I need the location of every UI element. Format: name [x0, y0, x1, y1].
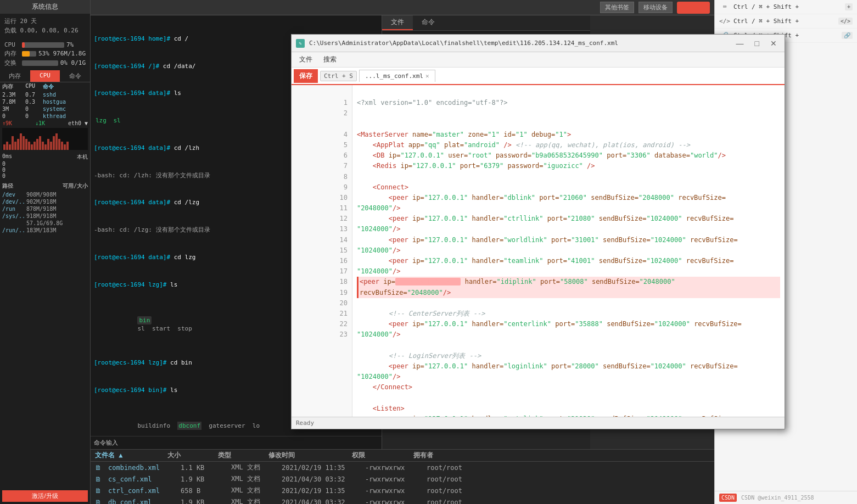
process-table: 内存 CPU 命令 2.3M 0.7 sshd 7.8M 0.3 hostgua… — [0, 82, 90, 120]
file-info-name: combinedb.xml — [108, 464, 174, 472]
swap-bar — [22, 60, 58, 66]
net-up: ↑9K — [2, 120, 12, 126]
bottom-bar: 文件名 ▲ 大小 类型 修改时间 权限 拥有者 🗎combinedb.xml1.… — [91, 449, 714, 504]
editor-status-text: Ready — [296, 419, 314, 427]
editor-tab-close[interactable]: ✕ — [425, 72, 429, 80]
net-graph — [2, 128, 88, 150]
csdn-user: CSDN @weixin_4911_2558 — [741, 495, 814, 501]
mem-value: 53% 976M/1.8G — [38, 50, 86, 57]
terminal-input[interactable] — [120, 439, 378, 447]
net-down: ↓1K — [35, 120, 45, 126]
editor-content[interactable]: 1 2 4 5 6 7 8 9 10 11 12 13 14 15 16 17 … — [292, 85, 714, 417]
proc-header-mem: 内存 — [2, 83, 23, 91]
swap-value: 0% 0/1G — [60, 59, 86, 66]
keyboard-icon: ⌨ — [719, 3, 730, 10]
mobile-btn[interactable]: 移动设备 — [638, 2, 673, 13]
shortcut-1: </> Ctrl / ⌘ + Shift + </> — [715, 14, 857, 29]
editor-tab-ms-conf[interactable]: ...l_ms_conf.xml ✕ — [359, 70, 435, 82]
latency-section: 0ms 本机 0 0 0 — [0, 151, 90, 181]
cpu-label: CPU — [4, 41, 20, 48]
sidebar-title: 系统信息 — [0, 0, 90, 14]
file-info-icon: 🗎 — [95, 499, 102, 505]
swap-label: 交换 — [4, 59, 20, 67]
disk-section: 路径可用/大小 /dev908M/908M /dev/...902M/918M … — [0, 181, 90, 234]
file-info-icon: 🗎 — [95, 487, 102, 495]
proc-header-cpu: CPU — [25, 83, 41, 91]
file-info-row[interactable]: 🗎combinedb.xml1.1 KBXML 文档2021/02/19 11:… — [91, 462, 714, 473]
sidebar: 系统信息 运行 20 天 负载 0.00, 0.08, 0.26 CPU 7% … — [0, 0, 91, 504]
proc-row-1: 7.8M 0.3 hostgua — [0, 98, 90, 105]
csdn-logo: CSDN — [719, 494, 737, 502]
file-info-icon: 🗎 — [95, 475, 102, 483]
tab-mem[interactable]: 内存 — [0, 70, 30, 82]
activate-button[interactable]: 激活/升级 — [2, 490, 88, 502]
code-area[interactable]: <?xml version="1.0" encoding="utf-8"?> <… — [352, 85, 714, 417]
editor-statusbar: Ready — [292, 417, 714, 429]
file-info-row[interactable]: 🗎db_conf.xml1.9 KBXML 文档2021/04/30 03:32… — [91, 496, 714, 504]
mem-bar — [22, 51, 36, 57]
editor-icon: ✎ — [296, 39, 305, 48]
mem-label: 内存 — [4, 49, 20, 58]
editor-tab-label: ...l_ms_conf.xml — [365, 72, 423, 80]
net-interface: eth0 ▼ — [68, 120, 88, 126]
file-info-name: db_conf.xml — [108, 499, 174, 505]
proc-row-0: 2.3M 0.7 sshd — [0, 91, 90, 98]
proc-row-3: 0 0 kthread — [0, 113, 90, 120]
cpu-bar — [22, 42, 64, 48]
terminal-input-area[interactable]: 命令输入 — [91, 436, 382, 449]
net-stats: ↑9K ↓1K eth0 ▼ — [0, 120, 90, 127]
bookmark-btn[interactable]: 其他书签 — [600, 2, 634, 13]
sidebar-bottom: 激活/升级 — [0, 488, 90, 504]
editor-toolbar: 保存 Ctrl + S ...l_ms_conf.xml ✕ — [292, 68, 714, 85]
tab-cpu[interactable]: CPU — [30, 70, 60, 82]
terminal-input-label: 命令输入 — [94, 439, 118, 447]
sidebar-tabs: 内存 CPU 命令 — [0, 70, 90, 82]
latency-val-2: 0 — [2, 173, 5, 179]
line-numbers: 1 2 4 5 6 7 8 9 10 11 12 13 14 15 16 17 … — [292, 85, 352, 417]
fb-tab-files[interactable]: 文件 — [382, 15, 413, 30]
tab-cmd[interactable]: 命令 — [60, 70, 90, 82]
file-info-name: cs_conf.xml — [108, 475, 174, 483]
proc-row-2: 3M 0 systemc — [0, 105, 90, 113]
editor-save-btn[interactable]: 保存 — [294, 69, 318, 83]
latency-val-0: 0 — [2, 161, 5, 167]
latency-label: 0ms — [2, 153, 12, 161]
cpu-value: 7% — [66, 41, 86, 48]
content-area: [root@ecs-1694 home]# cd / [root@ecs-169… — [91, 15, 714, 449]
latency-val-1: 0 — [2, 167, 5, 173]
editor-title: C:\Users\Administrator\AppData\Local\fin… — [309, 40, 714, 47]
sidebar-uptime: 运行 20 天 负载 0.00, 0.08, 0.26 — [0, 14, 90, 38]
menu-search[interactable]: 搜索 — [318, 53, 342, 66]
file-info-row[interactable]: 🗎cs_conf.xml1.9 KBXML 文档2021/04/30 03:32… — [91, 473, 714, 485]
editor-shortcut: Ctrl + S — [320, 71, 357, 81]
fb-tab-cmd[interactable]: 命令 — [413, 15, 444, 30]
file-info-name: ctrl_conf.xml — [108, 487, 174, 495]
proc-header-name: 命令 — [43, 83, 88, 91]
file-info-row[interactable]: 🗎ctrl_conf.xml658 BXML 文档2021/02/19 11:3… — [91, 485, 714, 496]
editor: ✎ C:\Users\Administrator\AppData\Local\f… — [291, 34, 714, 429]
file-browser-tabs: 文件 命令 — [382, 15, 590, 31]
editor-titlebar: ✎ C:\Users\Administrator\AppData\Local\f… — [292, 35, 714, 52]
main-area: 其他书签 移动设备 [root@ecs-1694 home]# cd / [ro… — [91, 0, 714, 504]
red-action-btn[interactable] — [677, 2, 710, 14]
code-icon: </> — [719, 18, 730, 25]
latency-local: 本机 — [77, 153, 88, 161]
shortcut-0: ⌨ Ctrl / ⌘ + Shift + + — [715, 0, 857, 14]
editor-menubar: 文件 搜索 — [292, 52, 714, 68]
file-info-icon: 🗎 — [95, 464, 102, 472]
top-bar: 其他书签 移动设备 — [91, 0, 714, 15]
csdn-footer: CSDN CSDN @weixin_4911_2558 — [715, 491, 857, 504]
menu-file[interactable]: 文件 — [294, 53, 318, 66]
file-info-header: 文件名 ▲ 大小 类型 修改时间 权限 拥有者 — [91, 450, 714, 462]
